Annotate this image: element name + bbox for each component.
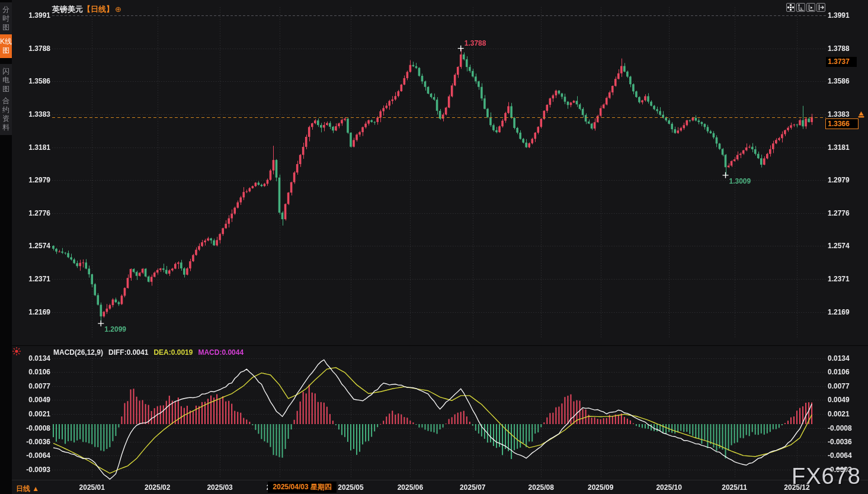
price-axis-tick-right: 1.3586 (828, 77, 850, 85)
period-tag: 【日线】 (83, 5, 114, 14)
macd-axis-tick-right: -0.0036 (828, 438, 852, 446)
extreme-price-annotation: 1.2099 (104, 325, 126, 333)
indicator-settings-icon[interactable]: ⊕ (115, 5, 121, 14)
axis-scale-icon[interactable] (796, 3, 805, 12)
price-axis-tick-right: 1.3788 (828, 44, 850, 53)
macd-dea-value: DEA:0.0019 (153, 348, 193, 357)
macd-header: MACD(26,12,9)DIFF:0.0041DEA:0.0019MACD:0… (53, 348, 249, 357)
price-axis-tick-left: 1.2371 (24, 275, 50, 283)
price-axis-tick-left: 1.2979 (24, 176, 50, 184)
time-axis-divider (0, 480, 868, 480)
macd-axis-tick-left: -0.0036 (15, 438, 50, 446)
chart-toolbar (786, 3, 825, 12)
extreme-price-annotation: 1.3788 (465, 39, 486, 47)
price-axis-tick-left: 1.3788 (24, 44, 50, 53)
sidebar-tab-contract-info[interactable]: 合约资料 (0, 94, 12, 135)
symbol-name: 英镑美元 (52, 5, 83, 14)
macd-axis-tick-right: -0.0008 (828, 424, 852, 432)
price-axis-tick-left: 1.2776 (24, 209, 50, 217)
macd-name: MACD(26,12,9) (53, 348, 103, 357)
time-axis-label: 2025/05 (338, 483, 363, 492)
price-axis-tick-right: 1.2979 (828, 176, 850, 184)
time-axis-label: 2025/09 (588, 483, 613, 492)
selected-date-badge: 2025/04/03 星期四 (268, 482, 337, 493)
price-axis-tick-left: 1.3383 (24, 110, 50, 118)
price-alert-icon[interactable] (857, 110, 865, 121)
price-axis-tick-right: 1.3383 (828, 110, 850, 118)
pan-icon[interactable] (786, 3, 795, 12)
macd-axis-tick-right: 0.0106 (828, 368, 850, 376)
chart-canvas[interactable] (0, 0, 868, 494)
axis-playback-icon[interactable] (806, 3, 815, 12)
macd-hist-value: MACD:0.0044 (198, 348, 244, 357)
price-axis-tick-right: 1.2169 (828, 308, 850, 316)
time-axis-label: 2025/11 (722, 483, 747, 492)
macd-axis-tick-left: 0.0021 (15, 410, 50, 418)
sidebar-tab-kline[interactable]: K线图 (0, 34, 12, 58)
time-axis-label: 2025/10 (656, 483, 681, 492)
time-axis-label: 2025/06 (398, 483, 423, 492)
macd-axis-tick-left: -0.0008 (15, 424, 50, 432)
price-axis-tick-left: 1.3181 (24, 143, 50, 152)
jump-to-latest-icon[interactable] (816, 3, 825, 12)
price-axis-tick-left: 1.2574 (24, 242, 50, 250)
sidebar: 分时图 K线图 闪电图 合约资料 (0, 0, 12, 494)
last-price-value: 1.3366 (828, 120, 850, 128)
price-axis-tick-left: 1.3586 (24, 77, 50, 85)
prev-close-value: 1.3737 (828, 57, 850, 66)
panel-divider (0, 345, 868, 346)
extreme-price-annotation: 1.3009 (729, 177, 751, 185)
price-axis-tick-right: 1.2776 (828, 209, 850, 217)
price-axis-tick-right: 1.3991 (828, 11, 850, 20)
last-price-box: 1.3366 (825, 118, 859, 129)
macd-axis-tick-left: 0.0106 (15, 368, 50, 376)
macd-axis-tick-right: 0.0021 (828, 410, 850, 418)
watermark-logo: FX678 (792, 464, 861, 489)
period-selector[interactable]: 日线 ▲ (16, 484, 39, 494)
time-axis-label: 2025/08 (529, 483, 554, 492)
macd-axis-tick-right: 0.0049 (828, 396, 850, 404)
macd-axis-tick-right: 0.0134 (828, 354, 850, 363)
macd-axis-tick-left: -0.0093 (15, 466, 50, 474)
time-axis-label: 2025/03 (207, 483, 232, 492)
time-axis-label: 2025/02 (145, 483, 170, 492)
chart-window: 分时图 K线图 闪电图 合约资料 英镑美元【日线】⊕ 1.3737 (0, 0, 868, 494)
price-axis-tick-left: 1.3991 (24, 11, 50, 20)
prev-close-price-box: 1.3737 (826, 57, 857, 67)
sidebar-tab-timeshare[interactable]: 分时图 (0, 2, 12, 35)
macd-axis-tick-right: -0.0064 (828, 451, 852, 460)
price-axis-tick-right: 1.3181 (828, 143, 850, 152)
macd-axis-tick-left: -0.0064 (15, 451, 50, 460)
macd-axis-tick-left: 0.0049 (15, 396, 50, 404)
time-axis-label: 2025/01 (79, 483, 105, 492)
indicator-alarm-icon[interactable] (12, 347, 21, 358)
price-axis-tick-right: 1.2371 (828, 275, 850, 283)
price-axis-tick-right: 1.2574 (828, 242, 850, 250)
macd-axis-tick-left: 0.0077 (15, 382, 50, 390)
macd-diff-value: DIFF:0.0041 (108, 348, 148, 357)
price-axis-tick-left: 1.2169 (24, 308, 50, 316)
macd-axis-tick-right: 0.0077 (828, 382, 850, 390)
chart-title: 英镑美元【日线】⊕ (52, 4, 121, 15)
sidebar-tab-lightning[interactable]: 闪电图 (0, 64, 12, 97)
time-axis-label: 2025/07 (460, 483, 485, 492)
